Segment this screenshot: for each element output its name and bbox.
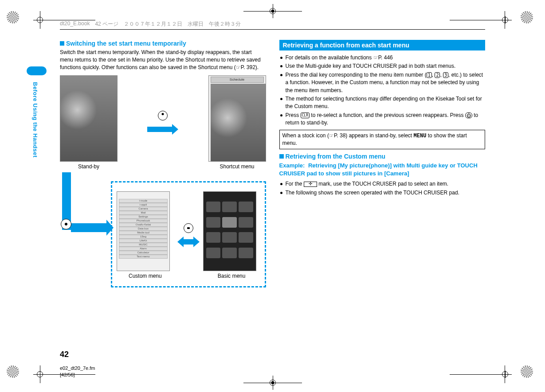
key-1-icon: 1	[427, 72, 432, 78]
reference-icon	[373, 54, 378, 61]
arrow-right-icon	[147, 124, 178, 135]
header-date: ２００７年１２月１２日 水曜日 午後２時３分	[124, 20, 241, 28]
shortcut-caption: Shortcut menu	[208, 163, 266, 170]
menu-group-box: i-modei-αppliCameraMailSettingsPhonebook…	[111, 181, 266, 287]
bullet-item: The method for selecting functions may d…	[279, 95, 486, 111]
menu-cell: i-αppli	[119, 203, 168, 207]
header-page: 42 ページ	[95, 20, 118, 28]
menu-cell: i-mode	[119, 199, 168, 203]
page-number: 42	[60, 350, 69, 359]
example-label: Example:	[279, 162, 305, 169]
right-post-bullets: For the mark, use the TOUCH CRUISER pad …	[279, 180, 486, 197]
example-block: Example: Retrieving [My picture(phone)] …	[279, 162, 486, 178]
basic-menu-screenshot	[203, 191, 256, 271]
example-text: Retrieving [My picture(phone)] with Mult…	[279, 162, 478, 177]
menu-cell: Mail	[119, 211, 168, 215]
menu-cell: MUSIC	[119, 243, 168, 247]
menu-label: MENU	[414, 133, 427, 139]
menu-cell: Phonebook	[119, 219, 168, 223]
square-bullet-icon	[279, 154, 284, 159]
registration-mark	[521, 11, 538, 29]
center-mark	[270, 380, 276, 386]
sidebar-label: Before Using the Handset	[32, 82, 39, 158]
shortcut-menu-screenshot: Schedule	[208, 75, 266, 162]
left-body: Switch the start menu temporarily. When …	[60, 49, 266, 71]
custom-caption: Custom menu	[117, 273, 174, 279]
bullet-item: Press CLR to re-select a function, and t…	[279, 112, 486, 127]
menu-cell: Data box	[119, 227, 168, 231]
left-section-title: Switching the set start menu temporarily	[60, 40, 266, 47]
figure-bottom: i-modei-αppliCameraMailSettingsPhonebook…	[60, 172, 266, 287]
menu-cell: Text memo	[119, 255, 168, 259]
up-key-icon	[158, 111, 168, 120]
menu-cell: Alarm	[119, 247, 168, 251]
key-3-icon: 3	[443, 72, 448, 78]
reference-icon	[329, 132, 334, 139]
footer-meta: e02_dt20_7e.fm [42/56]	[60, 365, 95, 378]
registration-mark	[521, 365, 538, 383]
print-header: dt20_E.book 42 ページ ２００７年１２月１２日 水曜日 午後２時３…	[60, 20, 485, 30]
key-2-icon: 2	[435, 72, 440, 78]
bullet-item: Use the Multi-guide key and TOUCH CRUISE…	[279, 62, 486, 70]
right-column: Retrieving a function from each start me…	[279, 40, 486, 287]
figure-top-row: Stand-by Schedule Shortcut menu	[60, 75, 266, 170]
note-box: When a stock icon (P. 38) appears in sta…	[279, 130, 486, 150]
bullet-item: The following shows the screen operated …	[279, 189, 486, 197]
bullet-item: For the mark, use the TOUCH CRUISER pad …	[279, 180, 486, 188]
center-mark	[270, 8, 276, 14]
square-bullet-icon	[60, 41, 64, 46]
right-section-bar: Retrieving a function from each start me…	[279, 40, 486, 50]
clr-key-icon: CLR	[301, 113, 310, 118]
basic-caption: Basic menu	[203, 273, 260, 279]
menu-cell: Media tool	[119, 231, 168, 235]
menu-cell: Osaifu-Keitai	[119, 223, 168, 227]
bullet-item: Press the dial key corresponding to the …	[279, 71, 486, 94]
bullet-item: For details on the available functions P…	[279, 54, 486, 62]
arrow-bidirectional-icon	[177, 237, 200, 247]
left-title-text: Switching the set start menu temporarily	[66, 40, 186, 47]
subsection-title-text: Retrieving from the Custom menu	[286, 153, 386, 160]
menu-cell: LifeKit	[119, 239, 168, 243]
menu-cell: Settings	[119, 215, 168, 219]
menu-cell: Calculator	[119, 251, 168, 255]
registration-mark	[7, 365, 24, 383]
menu-cell: Camera	[119, 207, 168, 211]
menu-cell: 1Seg	[119, 235, 168, 239]
footer-index: [42/56]	[60, 372, 95, 378]
toggle-key-icon	[184, 223, 193, 233]
custom-menu-screenshot: i-modei-αppliCameraMailSettingsPhonebook…	[117, 191, 170, 271]
header-file: dt20_E.book	[60, 20, 90, 28]
standby-caption: Stand-by	[60, 163, 118, 170]
standby-screenshot	[60, 75, 118, 162]
sidebar-tab	[27, 66, 47, 75]
left-column: Switching the set start menu temporarily…	[60, 40, 266, 287]
footer-filename: e02_dt20_7e.fm	[60, 365, 95, 371]
right-bullets: For details on the available functions P…	[279, 54, 486, 127]
crop-mark	[450, 365, 512, 383]
right-subsection-title: Retrieving from the Custom menu	[279, 153, 486, 160]
end-key-icon: ⏻	[465, 113, 472, 118]
registration-mark	[7, 11, 24, 29]
touch-cruiser-mark-icon	[304, 182, 317, 187]
